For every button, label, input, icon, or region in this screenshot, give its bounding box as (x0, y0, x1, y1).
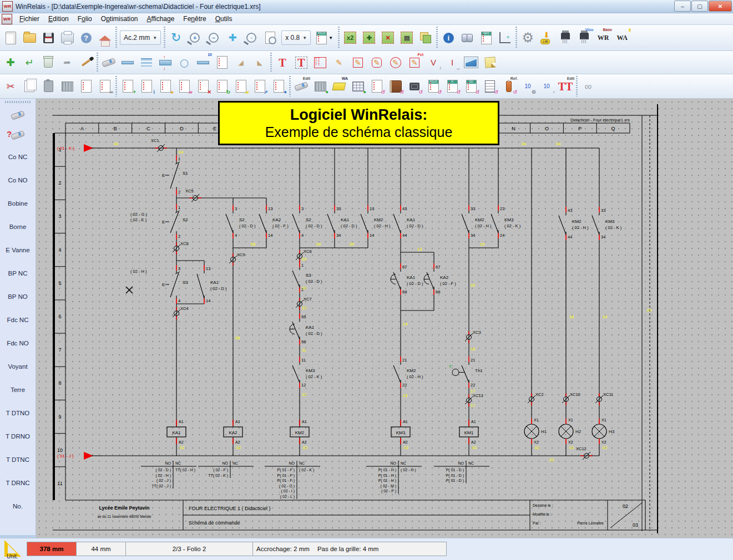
coordinates-button[interactable] (496, 28, 514, 47)
sidebar-item-borne[interactable]: Borne (0, 215, 36, 238)
folio-erase-button[interactable]: ▰ (175, 77, 193, 96)
menu-edition[interactable]: Edition (44, 14, 73, 24)
paste-board-button[interactable] (58, 77, 76, 96)
redo-button[interactable]: ➦ (58, 53, 76, 72)
sidebar-item-e-vanne[interactable]: E Vanne (0, 238, 36, 262)
toolbar-grip[interactable] (289, 76, 291, 96)
update-shelf-button[interactable]: ↺ (481, 77, 499, 96)
sidebar-item-fdc-no[interactable]: Fdc NO (0, 332, 36, 355)
folio-properties-button[interactable]: i (138, 77, 155, 96)
folio-delete-button[interactable]: ✕ (194, 77, 212, 96)
delete-element-button[interactable] (39, 53, 57, 72)
toolbar-grip[interactable] (515, 27, 517, 49)
help-button[interactable]: ? (77, 28, 95, 47)
edit-board-button[interactable]: ● (311, 77, 329, 96)
folio-search-button[interactable]: ∞ (96, 77, 114, 96)
close-button[interactable]: ✕ (709, 1, 732, 12)
sidebar-item-t-drno[interactable]: T DRNO (0, 425, 36, 448)
folio-move-button[interactable]: ➚ (251, 77, 269, 96)
open-folder-button[interactable] (21, 28, 38, 47)
new-document-button[interactable] (2, 28, 19, 47)
wire-connector-button[interactable] (213, 53, 231, 72)
insert-image-button[interactable] (462, 53, 480, 72)
draw-cable-arrow-button[interactable]: ◣ (251, 53, 269, 72)
folio-renumber-button[interactable]: ↻ (213, 77, 231, 96)
toolbar-grip[interactable] (576, 76, 578, 96)
edit-component-button[interactable]: Edit (292, 77, 310, 96)
copy-folio-button[interactable] (21, 77, 38, 96)
copy-selection-button[interactable] (417, 28, 434, 47)
text-table-button[interactable]: T T T T T T (311, 53, 329, 72)
sidebar-item-t-dtnc[interactable]: T DTNC (0, 448, 36, 471)
draw-terminal-button[interactable]: ◯ (175, 53, 193, 72)
edit-table-button[interactable]: ● (349, 77, 367, 96)
folio-goto-button[interactable]: ● (270, 77, 287, 96)
wire-spacing-button[interactable] (156, 53, 174, 72)
update-symbols-button[interactable]: ↺ (368, 77, 386, 96)
title-banner[interactable]: Logiciel WinRelais: Exemple de schéma cl… (218, 101, 499, 145)
menu-folio[interactable]: Folio (73, 14, 97, 24)
menu-affichage[interactable]: Affichage (143, 14, 179, 24)
sidebar-item-co-nc[interactable]: Co NC (0, 145, 36, 169)
wr-base-button[interactable]: WRBase (594, 28, 612, 47)
print-button[interactable] (58, 28, 76, 47)
unit-button[interactable]: Unit. (2, 539, 24, 559)
link-button[interactable]: ∞ (579, 77, 597, 96)
folio-preview-dropdown[interactable]: FOLIO▼ (313, 28, 336, 47)
sidebar-item-co-no[interactable]: Co NO (0, 169, 36, 192)
draw-rectangle-button[interactable]: ✎ (349, 53, 367, 72)
sidebar-item-bp-nc[interactable]: BP NC (0, 262, 36, 285)
toolbar-grip[interactable] (436, 27, 438, 49)
maximize-button[interactable]: ▢ (691, 1, 708, 12)
zoom-out-button[interactable]: − (205, 28, 223, 47)
folio-note-button[interactable]: ▰ (232, 77, 250, 96)
save-selection-button[interactable]: ▤ (398, 28, 416, 47)
update-folio-button[interactable]: FOLIO↺ (424, 77, 442, 96)
symbol-normal-button[interactable] (5, 105, 31, 125)
draw-circle-button[interactable]: ✎ (387, 53, 405, 72)
folio-add-button[interactable]: + (119, 77, 137, 96)
toolbar-grip[interactable] (115, 76, 117, 96)
paint-attributes-button[interactable] (77, 53, 95, 72)
snap-dropdown[interactable]: Ac.2 mm▼ (120, 30, 161, 45)
properties-info-button[interactable]: i (439, 28, 457, 47)
symbol-help-button[interactable]: ? (5, 125, 31, 145)
current-arrow-button[interactable]: I→ (443, 53, 461, 72)
sidebar-item-bp-no[interactable]: BP NO (0, 285, 36, 308)
zoom-in-button[interactable]: + (186, 28, 204, 47)
toolbar-grip[interactable] (97, 53, 98, 72)
update-library-button[interactable]: ↺ (387, 77, 405, 96)
place-component-button[interactable] (100, 53, 118, 72)
update-connectors-button[interactable]: OO↺ (462, 77, 480, 96)
schematic-canvas[interactable]: Didacticiel - Four électrique1.xrsABCDEF… (36, 99, 733, 538)
renumber-selection-button[interactable]: 10▫ (538, 77, 555, 96)
search-button[interactable] (458, 28, 476, 47)
scale-x2-button[interactable]: x2 (341, 28, 359, 47)
component-library-button[interactable] (557, 28, 574, 47)
draw-cable-button[interactable]: ◢ (232, 53, 250, 72)
draw-segment-button[interactable]: ✎ (330, 53, 348, 72)
wire-number-button[interactable]: 10 (194, 53, 212, 72)
redraw-button[interactable]: ↻ (167, 28, 185, 47)
sidebar-grip[interactable] (5, 101, 31, 103)
update-references-button[interactable]: ↺Ref. (500, 77, 518, 96)
sidebar-item-t-dtno[interactable]: T DTNO (0, 401, 36, 425)
schematic-svg[interactable]: Didacticiel - Four électrique1.xrsABCDEF… (36, 99, 733, 538)
sidebar-item-bobine[interactable]: Bobine (0, 192, 36, 215)
edit-wa-button[interactable]: WA (330, 77, 348, 96)
toolbar-grip[interactable] (115, 27, 117, 49)
voltage-arrow-button[interactable]: V↑ (424, 53, 442, 72)
zoom-folio-button[interactable] (261, 28, 279, 47)
cut-button[interactable]: ✂ (2, 77, 19, 96)
menu-optimisation[interactable]: Optimisation (97, 14, 143, 24)
edit-texts-button[interactable]: TTEdit (557, 77, 574, 96)
toolbar-grip[interactable] (338, 27, 340, 49)
zoom-window-button[interactable]: ▫ (242, 28, 260, 47)
pan-button[interactable]: ✚ (224, 28, 241, 47)
menu-fichier[interactable]: Fichier (15, 14, 44, 24)
wa-base-button[interactable]: WA▮ (613, 28, 631, 47)
add-text-button[interactable]: T (274, 53, 291, 72)
toolbar-grip[interactable] (270, 53, 272, 72)
paste-button[interactable] (39, 77, 57, 96)
validate-button[interactable]: ↵ (21, 53, 38, 72)
